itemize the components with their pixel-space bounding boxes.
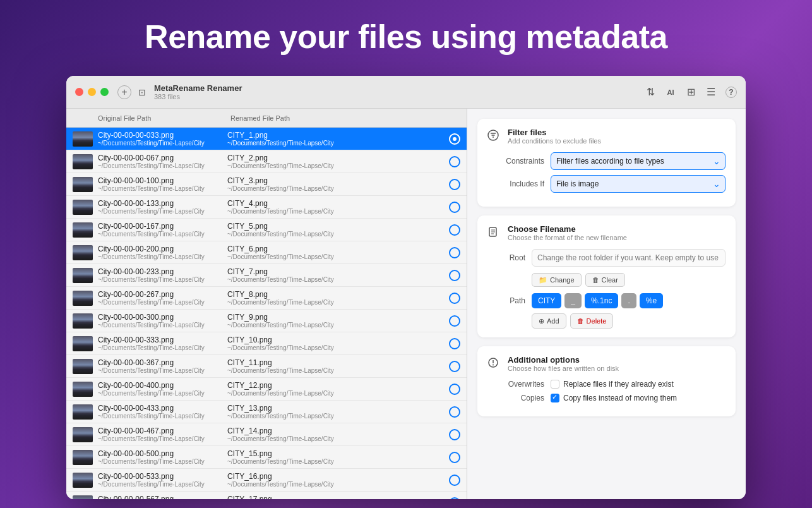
table-row[interactable]: City-00-00-00-100.png~/Documents/Testing… [66,173,467,196]
column-original-header: Original File Path [73,114,230,122]
table-row[interactable]: City-00-00-00-233.png~/Documents/Testing… [66,264,467,287]
row-selection-circle[interactable] [449,497,460,500]
list-icon[interactable]: ☰ [705,87,717,98]
file-list-panel: Original File Path Renamed File Path Cit… [66,109,467,499]
help-icon[interactable]: ? [725,87,737,98]
table-row[interactable]: City-00-00-00-567.png~/Documents/Testing… [66,492,467,499]
table-row[interactable]: City-00-00-00-033.png~/Documents/Testing… [66,128,467,150]
file-renamed-path: ~/Documents/Testing/Time-Lapse/City [227,253,449,260]
table-row[interactable]: City-00-00-00-067.png~/Documents/Testing… [66,150,467,173]
file-original-name: City-00-00-00-133.png [98,199,227,208]
choose-filename-card: Choose Filename Choose the format of the… [477,215,736,337]
file-original-path: ~/Documents/Testing/Time-Lapse/City [98,435,227,442]
row-selection-circle[interactable] [449,179,460,190]
row-selection-circle[interactable] [449,293,460,304]
title-bar-center: MetaRename Renamer 383 files [154,83,242,100]
file-renamed-path: ~/Documents/Testing/Time-Lapse/City [227,390,449,397]
nav-back-icon[interactable]: ⊡ [136,87,148,98]
row-selection-circle[interactable] [449,202,460,213]
file-original-name: City-00-00-00-300.png [98,313,227,322]
file-original-path: ~/Documents/Testing/Time-Lapse/City [98,208,227,215]
file-thumbnail [73,382,93,397]
add-path-button[interactable]: ⊕ Add [532,313,566,329]
root-input[interactable] [532,249,725,267]
path-tag[interactable]: . [621,293,636,308]
file-renamed-path: ~/Documents/Testing/Time-Lapse/City [227,367,449,374]
path-tag[interactable]: _ [564,293,582,308]
file-renamed-path: ~/Documents/Testing/Time-Lapse/City [227,458,449,465]
additional-options-title: Additional options [508,355,619,365]
file-original-path: ~/Documents/Testing/Time-Lapse/City [98,390,227,397]
svg-point-10 [493,364,494,365]
file-renamed-name: CITY_3.png [227,176,449,185]
row-selection-circle[interactable] [449,338,460,349]
clear-button[interactable]: 🗑 Clear [585,273,625,287]
row-selection-circle[interactable] [449,429,460,440]
path-tag[interactable]: %e [640,293,663,308]
delete-path-button[interactable]: 🗑 Delete [570,313,614,329]
file-original-path: ~/Documents/Testing/Time-Lapse/City [98,185,227,192]
path-tag[interactable]: CITY [532,293,561,308]
table-row[interactable]: City-00-00-00-167.png~/Documents/Testing… [66,219,467,241]
change-button[interactable]: 📁 Change [532,273,582,287]
overwrites-text: Replace files if they already exist [563,380,674,389]
file-renamed-path: ~/Documents/Testing/Time-Lapse/City [227,185,449,192]
file-thumbnail [73,268,93,283]
row-selection-circle[interactable] [449,224,460,236]
row-selection-circle[interactable] [449,315,460,327]
table-row[interactable]: City-00-00-00-533.png~/Documents/Testing… [66,469,467,492]
sort-icon[interactable]: ⇅ [645,87,656,98]
file-original-path: ~/Documents/Testing/Time-Lapse/City [98,344,227,351]
table-row[interactable]: City-00-00-00-300.png~/Documents/Testing… [66,310,467,332]
file-renamed-name: CITY_16.png [227,472,449,481]
row-selection-circle[interactable] [449,361,460,372]
minimize-button[interactable] [88,88,96,96]
close-button[interactable] [75,88,83,96]
row-selection-circle[interactable] [449,156,460,167]
row-selection-circle[interactable] [449,384,460,395]
file-thumbnail [73,473,93,488]
table-row[interactable]: City-00-00-00-433.png~/Documents/Testing… [66,401,467,423]
row-selection-circle[interactable] [449,475,460,486]
path-tags: CITY_%.1nc.%e [532,293,663,308]
copies-checkbox[interactable] [551,394,559,402]
traffic-lights [75,88,109,96]
table-row[interactable]: City-00-00-00-367.png~/Documents/Testing… [66,355,467,378]
table-row[interactable]: City-00-00-00-467.png~/Documents/Testing… [66,423,467,446]
table-row[interactable]: City-00-00-00-500.png~/Documents/Testing… [66,446,467,469]
file-renamed-name: CITY_12.png [227,381,449,390]
overwrites-checkbox[interactable] [551,380,559,389]
table-row[interactable]: City-00-00-00-333.png~/Documents/Testing… [66,332,467,355]
row-selection-circle[interactable] [449,406,460,418]
file-renamed-path: ~/Documents/Testing/Time-Lapse/City [227,481,449,488]
file-renamed-name: CITY_15.png [227,449,449,458]
grid-icon[interactable]: ⊞ [685,87,696,98]
table-row[interactable]: City-00-00-00-200.png~/Documents/Testing… [66,241,467,264]
includes-if-select[interactable]: File is imageFile is videoAny file [551,175,725,193]
file-thumbnail [73,495,93,500]
table-row[interactable]: City-00-00-00-133.png~/Documents/Testing… [66,196,467,219]
constraints-select[interactable]: Filter files according to file typesNo f… [551,152,725,170]
table-row[interactable]: City-00-00-00-400.png~/Documents/Testing… [66,378,467,401]
row-selection-circle[interactable] [449,270,460,281]
file-list-scroll[interactable]: City-00-00-00-033.png~/Documents/Testing… [66,128,467,499]
title-bar-add-button[interactable]: + [117,85,131,99]
path-row: Path CITY_%.1nc.%e [487,293,725,308]
file-thumbnail [73,359,93,374]
row-selection-circle[interactable] [449,133,460,145]
file-original-name: City-00-00-00-333.png [98,336,227,344]
maximize-button[interactable] [100,88,109,96]
row-selection-circle[interactable] [449,247,460,258]
file-thumbnail [73,154,93,169]
file-thumbnail [73,291,93,306]
row-selection-circle[interactable] [449,452,460,463]
additional-options-card: Additional options Choose how files are … [477,346,736,416]
ai-icon[interactable]: AI [665,87,676,98]
root-label: Root [487,253,525,262]
file-original-name: City-00-00-00-367.png [98,358,227,367]
file-original-path: ~/Documents/Testing/Time-Lapse/City [98,481,227,488]
root-buttons: 📁 Change 🗑 Clear [532,273,725,287]
title-bar: + ⊡ MetaRename Renamer 383 files ⇅ AI ⊞ … [66,76,746,109]
path-tag[interactable]: %.1nc [585,293,618,308]
table-row[interactable]: City-00-00-00-267.png~/Documents/Testing… [66,287,467,310]
